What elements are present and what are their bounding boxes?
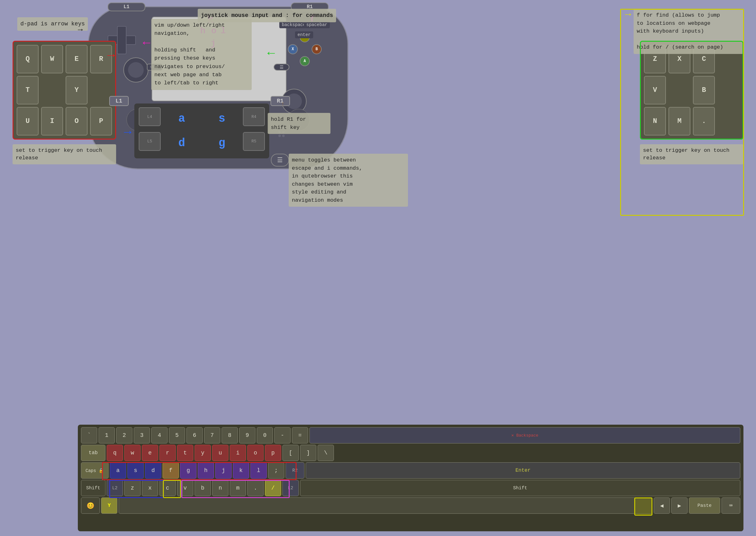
kb-r[interactable]: r: [160, 445, 176, 461]
right-panel-label: set to trigger key on touch release: [640, 144, 743, 164]
kb-emoji[interactable]: 😊: [81, 497, 100, 514]
kb-tab[interactable]: tab: [81, 445, 105, 461]
kb-l2[interactable]: L2: [107, 480, 123, 496]
kb-minus[interactable]: -: [274, 427, 291, 444]
kb-y-btn[interactable]: Y: [101, 497, 117, 514]
a-button[interactable]: A: [300, 56, 310, 66]
kb-6[interactable]: 6: [186, 427, 203, 444]
key-u[interactable]: U: [17, 107, 39, 136]
r4-key[interactable]: R4: [243, 107, 265, 126]
kb-slash[interactable]: /: [265, 480, 281, 496]
key-empty1: [41, 76, 63, 104]
dpad-annotation: d-pad is arrow keys: [17, 17, 88, 31]
key-i[interactable]: I: [41, 107, 63, 136]
b-button[interactable]: B: [312, 44, 322, 54]
l1-bumper[interactable]: L1: [108, 3, 145, 11]
kb-paste[interactable]: Paste: [689, 497, 720, 514]
kb-r2[interactable]: R2: [286, 462, 305, 479]
kb-spacebar[interactable]: [119, 497, 652, 514]
kb-s[interactable]: s: [127, 462, 144, 479]
kb-backslash[interactable]: \: [318, 445, 334, 461]
l5-key[interactable]: L5: [139, 132, 161, 151]
kb-2[interactable]: 2: [116, 427, 132, 444]
key-t[interactable]: T: [17, 76, 39, 104]
r5-key[interactable]: R5: [243, 132, 265, 151]
kb-5[interactable]: 5: [169, 427, 185, 444]
keyboard-row-qwerty: tab q w e r t y u i o p [ ] \: [81, 445, 740, 461]
kb-h[interactable]: h: [198, 462, 214, 479]
kb-shift-left[interactable]: Shift: [81, 480, 105, 496]
kb-shift-right[interactable]: Shift: [300, 480, 740, 496]
kb-d[interactable]: d: [145, 462, 161, 479]
r1-arrow: ↑: [281, 100, 285, 108]
key-empty6: [717, 107, 739, 136]
key-y[interactable]: Y: [66, 76, 88, 104]
kb-caps[interactable]: Caps 🔒: [81, 462, 109, 479]
menu-button[interactable]: ☰: [274, 64, 289, 71]
kb-backtick[interactable]: `: [81, 427, 97, 444]
key-period[interactable]: .: [693, 107, 715, 136]
keyboard-row-asdf: Caps 🔒 a s d f g h j k l ; R2 Enter: [81, 462, 740, 479]
kb-right-arrow[interactable]: ▶: [671, 497, 688, 514]
x-button[interactable]: X: [288, 44, 298, 54]
kb-w[interactable]: w: [124, 445, 141, 461]
key-n[interactable]: N: [644, 107, 666, 136]
kb-z[interactable]: z: [124, 480, 141, 496]
kb-e[interactable]: e: [142, 445, 158, 461]
kb-left-arrow[interactable]: ◀: [654, 497, 670, 514]
l4-key[interactable]: L4: [139, 107, 161, 126]
kb-u[interactable]: u: [212, 445, 229, 461]
kb-g[interactable]: g: [180, 462, 197, 479]
kb-equal[interactable]: =: [292, 427, 308, 444]
key-e[interactable]: E: [66, 45, 88, 73]
kb-1[interactable]: 1: [98, 427, 115, 444]
kb-0[interactable]: 0: [257, 427, 273, 444]
kb-semicolon[interactable]: ;: [268, 462, 284, 479]
kb-p[interactable]: p: [265, 445, 281, 461]
kb-a[interactable]: a: [110, 462, 126, 479]
kb-t[interactable]: t: [177, 445, 193, 461]
menu-icon-standalone: ☰: [271, 154, 289, 167]
trigger-s-label: s: [203, 107, 241, 130]
kb-j[interactable]: j: [215, 462, 232, 479]
yellow-arrow: →: [625, 9, 631, 20]
kb-keyboard-icon[interactable]: ⌨: [721, 497, 740, 514]
key-p[interactable]: P: [90, 107, 112, 136]
kb-c[interactable]: c: [160, 480, 176, 496]
kb-l[interactable]: l: [250, 462, 267, 479]
key-o[interactable]: O: [66, 107, 88, 136]
kb-y[interactable]: y: [195, 445, 211, 461]
kb-backspace-x[interactable]: ✕ Backspace: [309, 427, 740, 444]
kb-m[interactable]: m: [230, 480, 246, 496]
kb-n[interactable]: n: [212, 480, 229, 496]
kb-b[interactable]: b: [195, 480, 211, 496]
kb-q[interactable]: q: [107, 445, 123, 461]
key-empty2: [90, 76, 112, 104]
triggers-panel: L4 a s R4 L5 d g R5: [134, 104, 269, 158]
kb-v[interactable]: v: [177, 480, 193, 496]
kb-f[interactable]: f: [162, 462, 179, 479]
left-panel-label: set to trigger key on touch release: [13, 144, 116, 164]
key-v[interactable]: V: [644, 76, 666, 104]
kb-9[interactable]: 9: [239, 427, 255, 444]
kb-4[interactable]: 4: [151, 427, 167, 444]
kb-l2-right[interactable]: L2: [282, 480, 299, 496]
key-w[interactable]: W: [41, 45, 63, 73]
key-empty5: [717, 76, 739, 104]
kb-enter[interactable]: Enter: [306, 462, 740, 479]
kb-8[interactable]: 8: [222, 427, 238, 444]
kb-period-kb[interactable]: .: [247, 480, 264, 496]
kb-7[interactable]: 7: [204, 427, 220, 444]
kb-k[interactable]: k: [233, 462, 249, 479]
key-m[interactable]: M: [668, 107, 690, 136]
kb-3[interactable]: 3: [134, 427, 150, 444]
l1-outside-label: L1: [109, 96, 129, 106]
kb-o[interactable]: o: [247, 445, 264, 461]
kb-i[interactable]: i: [230, 445, 246, 461]
kb-lbracket[interactable]: [: [282, 445, 299, 461]
vim-nav-annotation: vim up/down left/rightnavigation,holding…: [151, 19, 252, 90]
key-q[interactable]: Q: [17, 45, 39, 73]
kb-x[interactable]: x: [142, 480, 158, 496]
kb-rbracket[interactable]: ]: [300, 445, 316, 461]
key-b[interactable]: B: [693, 76, 715, 104]
